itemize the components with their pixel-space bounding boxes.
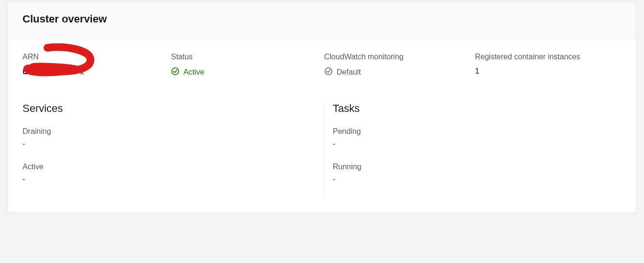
panel-header: Cluster overview xyxy=(8,2,636,39)
tasks-title: Tasks xyxy=(333,102,612,115)
panel-body: ARN k Status xyxy=(8,39,636,212)
tasks-section: Tasks Pending - Running - xyxy=(324,102,621,198)
services-active: Active - xyxy=(23,163,314,184)
sections-row: Services Draining - Active - Tasks Pendi… xyxy=(23,102,621,198)
services-draining-label: Draining xyxy=(23,127,314,136)
status-field: Status Active xyxy=(171,52,324,77)
tasks-running: Running - xyxy=(333,163,612,184)
status-value: Active xyxy=(183,68,204,77)
cloudwatch-value: Default xyxy=(337,68,361,77)
arn-value-wrap: k xyxy=(23,67,84,77)
registered-instances-value: 1 xyxy=(475,67,479,76)
tasks-pending: Pending - xyxy=(333,127,612,148)
registered-instances-field: Registered container instances 1 xyxy=(475,52,621,77)
services-active-label: Active xyxy=(23,163,314,171)
status-value-row: Active xyxy=(171,67,324,77)
services-title: Services xyxy=(23,102,314,115)
tasks-running-value: - xyxy=(333,175,612,184)
cloudwatch-label: CloudWatch monitoring xyxy=(324,52,475,62)
tasks-running-label: Running xyxy=(333,163,612,171)
cloudwatch-value-row: Default xyxy=(324,67,475,77)
check-circle-gray-icon xyxy=(324,67,333,77)
panel-title: Cluster overview xyxy=(23,13,621,25)
tasks-pending-label: Pending xyxy=(333,127,612,136)
check-circle-icon xyxy=(171,67,180,77)
cluster-overview-panel: Cluster overview ARN k xyxy=(8,2,636,213)
status-label: Status xyxy=(171,52,324,62)
registered-instances-value-row: 1 xyxy=(475,67,621,76)
svg-point-2 xyxy=(325,68,332,75)
svg-point-1 xyxy=(172,68,179,75)
redaction-scribble xyxy=(19,43,95,81)
arn-field: ARN k xyxy=(23,52,171,77)
services-draining-value: - xyxy=(23,140,314,148)
registered-instances-label: Registered container instances xyxy=(475,52,621,62)
tasks-pending-value: - xyxy=(333,140,612,148)
info-row: ARN k Status xyxy=(23,52,621,77)
cloudwatch-field: CloudWatch monitoring Default xyxy=(324,52,475,77)
services-draining: Draining - xyxy=(23,127,314,148)
services-active-value: - xyxy=(23,175,314,184)
services-section: Services Draining - Active - xyxy=(23,102,324,198)
